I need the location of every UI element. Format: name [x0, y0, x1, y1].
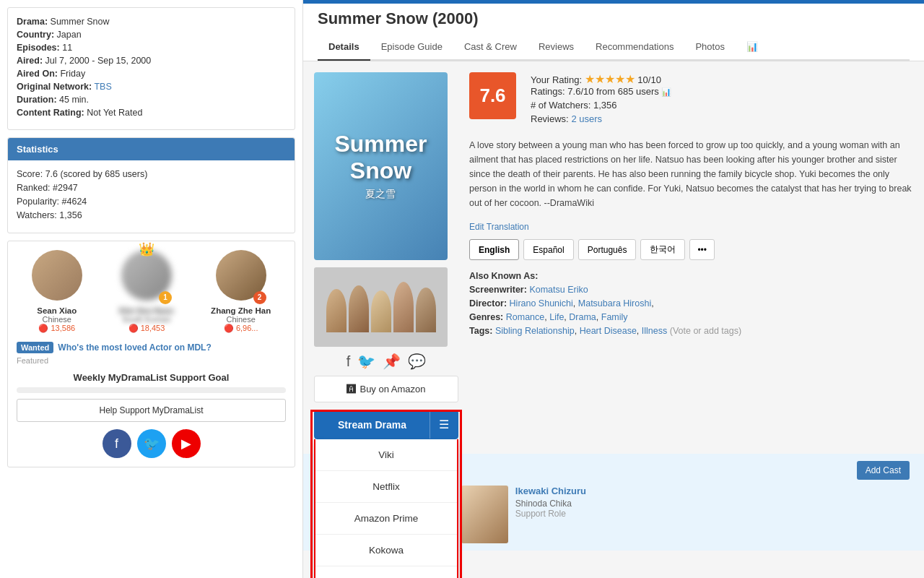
screenwriter-link[interactable]: Komatsu Eriko: [529, 285, 588, 295]
actor-card-1[interactable]: Sean Xiao Chinese 🔴 13,586: [32, 250, 82, 333]
cast-info-2: Ikewaki Chizuru Shinoda Chika Support Ro…: [515, 486, 586, 519]
actor-name-2: Kim Soo Hyun: [119, 306, 173, 315]
stream-option-viki[interactable]: Viki: [315, 439, 457, 471]
actor-card-2[interactable]: 👑 1 Kim Soo Hyun South Korean 🔴 18,453: [119, 250, 173, 333]
sidebar: Drama: Summer Snow Country: Japan Episod…: [0, 0, 303, 578]
youtube-icon[interactable]: ▶: [172, 429, 201, 458]
actor-card-3[interactable]: 2 Zhang Zhe Han Chinese 🔴 6,96...: [211, 250, 271, 333]
director-link-2[interactable]: Matsubara Hiroshi: [578, 298, 651, 309]
reviews-link[interactable]: 2 users: [571, 113, 602, 124]
lang-tab-portugues[interactable]: Português: [578, 239, 637, 260]
tab-photos[interactable]: Photos: [684, 34, 735, 61]
drama-header: Summer Snow (2000) Details Episode Guide…: [303, 4, 924, 61]
tab-chart-icon[interactable]: 📊: [736, 34, 769, 59]
content-rating-value: Not Yet Rated: [87, 108, 142, 118]
statistics-header: Statistics: [8, 138, 295, 160]
progress-bar: [17, 387, 286, 393]
score-10: 10/10: [637, 74, 661, 85]
vote-tags[interactable]: (Vote or add tags): [670, 326, 741, 336]
support-goal: Weekly MyDramaList Support Goal Help Sup…: [17, 372, 286, 422]
chat-share-icon[interactable]: 💬: [408, 353, 426, 370]
support-button[interactable]: Help Support MyDramaList: [17, 399, 286, 422]
stream-option-amazon[interactable]: Amazon Prime: [315, 503, 457, 535]
actor-fans-3: 🔴 6,96...: [211, 324, 271, 333]
rating-section: 7.6 Your Rating: ★★★★★ 10/10 Ratings: 7.…: [469, 72, 913, 127]
synopsis: A love story between a young man who has…: [469, 138, 913, 210]
aired-on-value: Friday: [60, 69, 85, 79]
stream-drama-button[interactable]: Stream Drama: [315, 410, 430, 439]
cast-group-photo: [314, 267, 448, 347]
featured-label: Featured: [17, 356, 286, 365]
genre-life[interactable]: Life: [549, 312, 564, 322]
buy-label: Buy on Amazon: [359, 384, 425, 394]
featured-actors: Sean Xiao Chinese 🔴 13,586 👑 1 Kim Soo H…: [17, 250, 286, 333]
watchers-stat-value: 1,356: [59, 210, 82, 220]
amazon-icon: 🅰: [346, 384, 356, 394]
score-stat-value: 7.6 (scored by 685 users): [45, 169, 148, 179]
lang-tab-espanol[interactable]: Español: [523, 239, 573, 260]
stream-toggle-button[interactable]: ☰: [430, 410, 458, 439]
edit-translation-link[interactable]: Edit Translation: [469, 222, 529, 232]
genres-label: Genres:: [469, 312, 503, 322]
network-link[interactable]: TBS: [94, 82, 111, 92]
cast-avatar-2: [461, 486, 508, 543]
tag-heart[interactable]: Heart Disease: [580, 326, 637, 336]
duration-value: 45 min.: [59, 95, 89, 105]
tab-bar: Details Episode Guide Cast & Crew Review…: [318, 34, 910, 61]
tab-episode-guide[interactable]: Episode Guide: [370, 34, 453, 61]
star-rating[interactable]: ★★★★★: [585, 73, 635, 85]
wanted-text[interactable]: Who's the most loved Actor on MDL?: [58, 342, 211, 353]
drama-title: Summer Snow (2000): [318, 9, 910, 28]
language-tabs: English Español Português 한국어 •••: [469, 239, 913, 260]
tag-sibling[interactable]: Sibling Relationship: [495, 326, 575, 336]
tab-recommendations[interactable]: Recommendations: [585, 34, 684, 61]
drama-label: Drama:: [17, 17, 48, 27]
score-stat-label: Score:: [17, 169, 43, 179]
genre-family[interactable]: Family: [601, 312, 628, 322]
actor-name-1: Sean Xiao: [32, 306, 82, 315]
director-link[interactable]: Hirano Shunichi: [510, 298, 573, 309]
rating-chart-link[interactable]: 📊: [661, 87, 671, 96]
your-rating-label: Your Rating:: [531, 74, 582, 85]
social-icons: f 🐦 ▶: [17, 429, 286, 458]
tab-cast-crew[interactable]: Cast & Crew: [453, 34, 528, 61]
facebook-icon[interactable]: f: [103, 429, 131, 458]
rating-details: Your Rating: ★★★★★ 10/10 Ratings: 7.6/10…: [531, 72, 671, 127]
actor-name-3: Zhang Zhe Han: [211, 306, 271, 315]
episodes-label: Episodes:: [17, 43, 60, 53]
stream-option-netflix[interactable]: Netflix: [315, 471, 457, 503]
genre-drama[interactable]: Drama: [569, 312, 596, 322]
twitter-icon[interactable]: 🐦: [137, 429, 166, 458]
actor-fans-1: 🔴 13,586: [32, 324, 82, 333]
drama-value: Summer Snow: [51, 17, 110, 27]
drama-poster: Summer Snow 夏之雪: [314, 72, 448, 260]
pinterest-share-icon[interactable]: 📌: [383, 353, 401, 370]
social-share-bar: f 🐦 📌 💬: [314, 347, 458, 376]
content-rating-label: Content Rating:: [17, 108, 84, 118]
lang-tab-english[interactable]: English: [469, 239, 519, 260]
tag-illness[interactable]: Illness: [642, 326, 667, 336]
tab-details[interactable]: Details: [318, 34, 370, 61]
buy-amazon-button[interactable]: 🅰 Buy on Amazon: [314, 376, 458, 402]
wanted-tag: Wanted: [17, 342, 53, 353]
lang-tab-korean[interactable]: 한국어: [640, 239, 685, 260]
add-cast-button[interactable]: Add Cast: [857, 461, 910, 480]
drama-info-right: 7.6 Your Rating: ★★★★★ 10/10 Ratings: 7.…: [469, 72, 913, 439]
duration-label: Duration:: [17, 95, 57, 105]
aired-on-label: Aired On:: [17, 69, 58, 79]
facebook-share-icon[interactable]: f: [346, 353, 351, 370]
twitter-share-icon[interactable]: 🐦: [357, 353, 375, 370]
tab-reviews[interactable]: Reviews: [528, 34, 585, 61]
lang-more-button[interactable]: •••: [689, 239, 715, 260]
stream-option-youtube[interactable]: Youtube: [315, 566, 457, 578]
reviews-label: Reviews:: [531, 113, 569, 124]
actor-nationality-3: Chinese: [211, 315, 271, 324]
popularity-value: #4624: [62, 197, 87, 207]
actor-nationality-2: South Korean: [119, 315, 173, 324]
genre-romance[interactable]: Romance: [506, 312, 545, 322]
drama-info-box: Drama: Summer Snow Country: Japan Episod…: [7, 7, 295, 130]
ranked-value: #2947: [53, 183, 78, 193]
also-known-label: Also Known As:: [469, 271, 538, 281]
cast-name-2[interactable]: Ikewaki Chizuru: [515, 486, 586, 496]
stream-option-kokowa[interactable]: Kokowa: [315, 535, 457, 566]
